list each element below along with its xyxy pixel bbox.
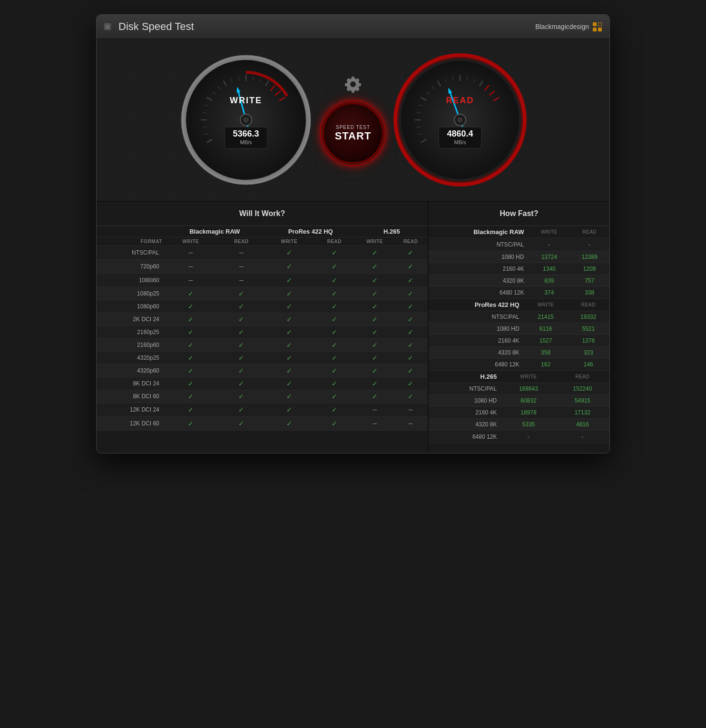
braw-write-header: WRITE (164, 237, 217, 246)
table-cell: ✓ (356, 364, 394, 377)
table-cell: ✓ (164, 417, 217, 431)
table-cell: ✓ (265, 260, 313, 274)
how-fast-table: ProRes 422 HQWRITEREADNTSC/PAL2141519332… (429, 299, 609, 371)
brand-text: Blackmagicdesign (535, 23, 589, 30)
table-cell: – (217, 246, 265, 260)
format-sub-header: FORMAT (97, 237, 164, 246)
table-row: 1080 HD61165521 (429, 323, 609, 335)
table-row: 8K DCI 24✓✓✓✓✓✓ (97, 377, 428, 390)
col-header: WRITE (529, 226, 569, 238)
write-value: 18978 (501, 407, 555, 419)
braw-read-header: READ (217, 237, 265, 246)
table-cell: ✓ (217, 326, 265, 339)
brand-dot-1 (593, 22, 597, 26)
table-row: H.265WRITEREAD (429, 371, 609, 383)
table-row: Blackmagic RAWWRITEREAD (429, 226, 609, 238)
format-label: 1080p25 (97, 287, 164, 300)
write-value: 13724 (529, 251, 569, 263)
format-col-header (97, 226, 164, 237)
table-row: 4320p25✓✓✓✓✓✓ (97, 352, 428, 364)
svg-text:5366.3: 5366.3 (233, 129, 259, 138)
table-row: 720p60––✓✓✓✓ (97, 260, 428, 274)
brand-dot-3 (593, 28, 597, 31)
format-label: 12K DCI 24 (97, 403, 164, 417)
table-cell: ✓ (265, 246, 313, 260)
table-cell: ✓ (217, 300, 265, 313)
table-cell: ✓ (265, 377, 313, 390)
prores-header: ProRes 422 HQ (265, 226, 356, 237)
table-cell: ✓ (164, 339, 217, 352)
table-cell: ✓ (356, 287, 394, 300)
table-row: 2160 4K1897817132 (429, 407, 609, 419)
table-cell: – (217, 274, 265, 287)
svg-text:MB/s: MB/s (240, 139, 252, 145)
table-row: 2160p60✓✓✓✓✓✓ (97, 339, 428, 352)
write-value: 60832 (501, 395, 555, 407)
format-label: 1080i60 (97, 274, 164, 287)
table-cell: ✓ (164, 287, 217, 300)
table-cell: – (393, 403, 428, 417)
table-cell: ✓ (265, 339, 313, 352)
table-cell: – (164, 246, 217, 260)
write-gauge: WRITE 5366.3 MB/s (179, 53, 313, 187)
read-value: 54915 (556, 395, 609, 407)
table-cell: ✓ (265, 300, 313, 313)
brand-dot-4 (598, 28, 602, 31)
start-button-container: SPEED TEST START (322, 76, 384, 164)
table-row: 2160 4K13401209 (429, 263, 609, 275)
start-button[interactable]: SPEED TEST START (322, 102, 384, 164)
table-row: 6480 12K374338 (429, 287, 609, 299)
table-cell: ✓ (313, 313, 356, 326)
table-row: NTSC/PAL168643152240 (429, 383, 609, 395)
svg-text:4860.4: 4860.4 (447, 129, 473, 138)
table-cell: ✓ (356, 352, 394, 364)
will-it-work-panel: Will It Work? Blackmagic RAW ProRes 422 … (97, 202, 429, 453)
table-row: 6480 12K162146 (429, 359, 609, 371)
write-value: 1340 (529, 263, 569, 275)
format-label: 720p60 (97, 260, 164, 274)
table-cell: ✓ (356, 390, 394, 403)
format-label: 2160p25 (97, 326, 164, 339)
table-row: 4320 8K53354816 (429, 419, 609, 431)
table-cell: ✓ (164, 300, 217, 313)
table-row: NTSC/PAL2141519332 (429, 311, 609, 323)
svg-text:WRITE: WRITE (230, 96, 262, 105)
table-row: 4320 8K839757 (429, 275, 609, 287)
table-cell: ✓ (393, 300, 428, 313)
table-cell: ✓ (356, 313, 394, 326)
close-button[interactable]: ✕ (104, 23, 111, 30)
format-label: 2160 4K (429, 263, 529, 275)
table-cell: – (356, 417, 394, 431)
table-cell: ✓ (393, 313, 428, 326)
table-cell: ✓ (313, 260, 356, 274)
svg-point-56 (457, 117, 463, 123)
col-header: WRITE (524, 299, 568, 311)
table-cell: ✓ (356, 339, 394, 352)
brand-logo: Blackmagicdesign (535, 22, 602, 31)
format-label: 1080 HD (429, 251, 529, 263)
format-label: 2160 4K (429, 335, 524, 347)
table-cell: – (217, 260, 265, 274)
write-value: 1527 (524, 335, 568, 347)
write-value: 5335 (501, 419, 555, 431)
will-it-work-header: Will It Work? (97, 202, 428, 226)
table-row: 1080p25✓✓✓✓✓✓ (97, 287, 428, 300)
table-cell: ✓ (217, 313, 265, 326)
table-cell: ✓ (393, 339, 428, 352)
table-cell: ✓ (164, 352, 217, 364)
read-value: 323 (568, 347, 610, 359)
table-cell: ✓ (217, 417, 265, 431)
brand-dot-2 (598, 22, 602, 26)
brand-dots (593, 22, 602, 31)
table-cell: ✓ (356, 274, 394, 287)
table-cell: ✓ (265, 390, 313, 403)
format-label: 6480 12K (429, 359, 524, 371)
table-row: 12K DCI 60✓✓✓✓–– (97, 417, 428, 431)
format-label: 2160p60 (97, 339, 164, 352)
gauge-section: WRITE 5366.3 MB/s SPEED TEST START (97, 39, 609, 202)
table-cell: ✓ (217, 390, 265, 403)
start-large-text: START (335, 130, 372, 142)
how-fast-panel: How Fast? Blackmagic RAWWRITEREADNTSC/PA… (429, 202, 609, 453)
table-row: 2160p25✓✓✓✓✓✓ (97, 326, 428, 339)
table-cell: – (393, 417, 428, 431)
